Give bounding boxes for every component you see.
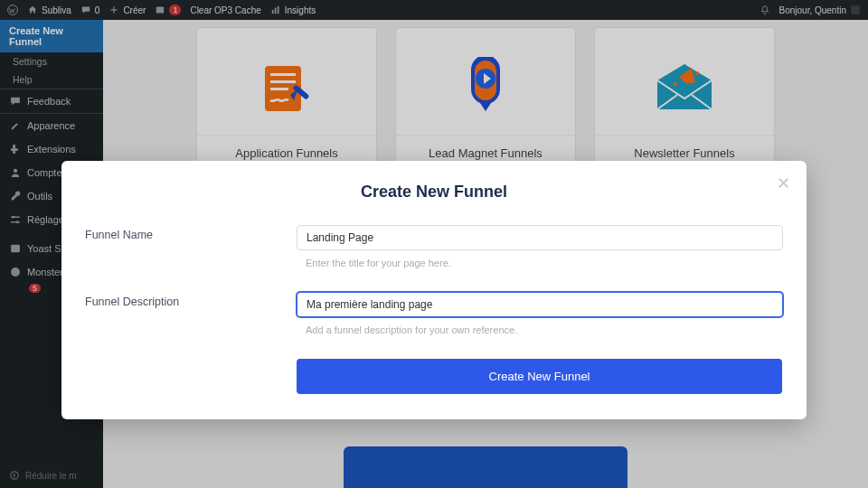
create-funnel-modal: ✕ Create New Funnel Funnel Name Enter th…: [61, 161, 807, 419]
funnel-description-label: Funnel Description: [85, 292, 297, 335]
create-funnel-button[interactable]: Create New Funnel: [297, 359, 782, 394]
submit-label: Create New Funnel: [489, 370, 590, 383]
funnel-name-label: Funnel Name: [85, 225, 297, 268]
funnel-name-input[interactable]: [297, 225, 783, 250]
funnel-name-hint: Enter the title for your page here.: [297, 258, 783, 268]
close-icon[interactable]: ✕: [777, 175, 790, 192]
funnel-description-hint: Add a funnel description for your own re…: [297, 324, 783, 335]
funnel-description-input[interactable]: [297, 292, 783, 317]
modal-title: Create New Funnel: [85, 183, 783, 202]
